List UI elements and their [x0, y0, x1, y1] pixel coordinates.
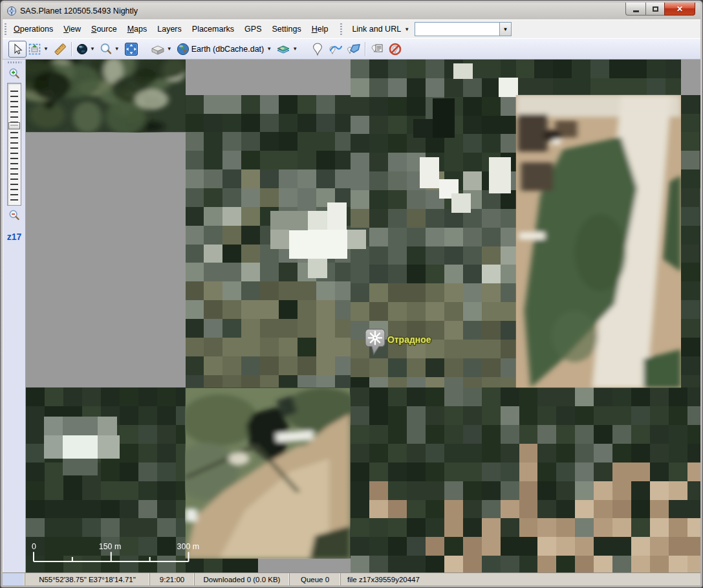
cursor-icon — [11, 43, 24, 56]
maximize-icon — [653, 6, 658, 12]
dark-globe-icon — [76, 43, 89, 56]
placemark-label: Отрадное — [387, 334, 431, 345]
zoom-level-label: z17 — [7, 232, 22, 242]
zoom-in-icon — [8, 67, 21, 80]
status-time: 9:21:00 — [150, 573, 195, 585]
ruler-tool-button[interactable] — [51, 41, 69, 58]
toolbar-separator — [71, 42, 72, 56]
status-bar: N55°52'38.75" E37°18'14.71" 9:21:00 Down… — [3, 572, 700, 585]
zoom-slider[interactable] — [7, 83, 21, 206]
status-downloaded: Downloaded 0 (0.0 KB) — [195, 573, 290, 585]
selection-tool-button[interactable]: ▼ — [27, 41, 51, 58]
menu-gps[interactable]: GPS — [239, 23, 266, 36]
status-queue: Queue 0 — [290, 573, 341, 585]
menu-maps[interactable]: Maps — [122, 23, 153, 36]
menu-help[interactable]: Help — [307, 23, 334, 36]
url-combobox-value[interactable] — [415, 23, 499, 36]
placemark-list-icon — [370, 42, 384, 56]
menu-placemarks[interactable]: Placemarks — [187, 23, 239, 36]
status-corner-cell — [3, 573, 25, 585]
toolbar-gripper[interactable] — [340, 23, 343, 36]
tool-bar: ▼ ▼ — [3, 38, 700, 60]
ruler-icon — [53, 42, 67, 56]
status-coordinates: N55°52'38.75" E37°18'14.71" — [25, 573, 150, 585]
layers-icon — [276, 43, 291, 56]
menu-layers[interactable]: Layers — [152, 23, 187, 36]
pan-tool-button[interactable] — [8, 41, 27, 58]
chevron-down-icon[interactable]: ▼ — [291, 46, 299, 52]
cache-mode-button[interactable]: ▼ — [149, 41, 175, 58]
fullscreen-button[interactable] — [122, 41, 140, 58]
scalebar-end: 300 m — [177, 542, 200, 551]
scalebar-middle: 150 m — [99, 542, 122, 551]
chevron-down-icon[interactable]: ▼ — [113, 46, 121, 52]
zoom-tool-button[interactable]: ▼ — [98, 41, 122, 58]
hide-placemarks-button[interactable] — [386, 41, 404, 58]
app-window: SAS.Planet 120505.5493 Nightly ✕ Operati… — [0, 0, 703, 588]
chevron-down-icon[interactable]: ▼ — [265, 46, 273, 52]
toolbar-gripper[interactable] — [4, 23, 7, 36]
chevron-down-icon[interactable]: ▼ — [166, 46, 173, 52]
app-icon — [6, 6, 17, 16]
cache-box-icon — [150, 43, 166, 56]
minimize-button[interactable] — [625, 3, 645, 16]
minimize-icon — [633, 10, 639, 12]
zoom-sidebar: z17 — [3, 60, 26, 572]
menu-bar: OperationsViewSourceMapsLayersPlacemarks… — [3, 19, 700, 38]
no-sign-icon — [388, 42, 402, 56]
menu-settings[interactable]: Settings — [267, 23, 307, 36]
window-title: SAS.Planet 120505.5493 Nightly — [20, 6, 138, 16]
link-url-button[interactable]: Link and URL — [348, 25, 403, 34]
add-polygon-button[interactable] — [345, 41, 363, 58]
selection-rect-icon — [28, 42, 42, 56]
close-button[interactable]: ✕ — [664, 3, 695, 16]
chevron-down-icon[interactable]: ▼ — [403, 27, 411, 32]
maximize-button[interactable] — [645, 3, 664, 16]
earth-globe-icon — [176, 42, 190, 56]
link-url-toolbar: Link and URL ▼ ▼ — [348, 20, 512, 38]
menu-items: OperationsViewSourceMapsLayersPlacemarks… — [8, 20, 333, 38]
add-path-button[interactable] — [327, 41, 345, 58]
placemark-pin-icon — [312, 42, 323, 56]
zoom-slider-ticks — [10, 87, 18, 202]
toolbar-separator — [365, 42, 366, 56]
menu-operations[interactable]: Operations — [8, 23, 58, 36]
url-combobox[interactable]: ▼ — [415, 22, 512, 36]
chevron-down-icon[interactable]: ▼ — [89, 46, 96, 52]
coordinates-source-button[interactable]: ▼ — [74, 41, 98, 58]
status-tile-file: file z17x39559y20447 — [341, 573, 700, 585]
path-pin-icon — [328, 42, 343, 56]
zoom-slider-handle[interactable] — [8, 122, 20, 129]
title-bar[interactable]: SAS.Planet 120505.5493 Nightly ✕ — [3, 3, 700, 19]
close-icon: ✕ — [676, 5, 683, 13]
map-source-label[interactable]: Earth (dbCache.dat) — [190, 45, 266, 54]
polygon-pin-icon — [346, 42, 362, 56]
menu-view[interactable]: View — [58, 23, 86, 36]
zoom-out-button[interactable] — [7, 208, 21, 223]
fullscreen-icon — [124, 42, 138, 56]
chevron-down-icon[interactable]: ▼ — [42, 46, 50, 52]
zoom-out-icon — [8, 209, 21, 222]
placemark-manager-button[interactable] — [368, 41, 386, 58]
layers-button[interactable]: ▼ — [274, 41, 300, 58]
zoom-in-button[interactable] — [7, 67, 21, 81]
scalebar-start: 0 — [32, 542, 36, 551]
add-placemark-button[interactable] — [308, 41, 327, 58]
magnifier-icon — [99, 42, 113, 56]
menu-source[interactable]: Source — [86, 23, 122, 36]
combobox-dropdown-button[interactable]: ▼ — [499, 23, 511, 36]
map-viewport[interactable]: 0150 m300 mОтрадное — [26, 60, 700, 572]
map-canvas[interactable]: 0150 m300 mОтрадное — [26, 60, 700, 572]
map-source-button[interactable]: Earth (dbCache.dat) ▼ — [175, 41, 274, 58]
sidebar-gripper[interactable] — [7, 61, 21, 64]
